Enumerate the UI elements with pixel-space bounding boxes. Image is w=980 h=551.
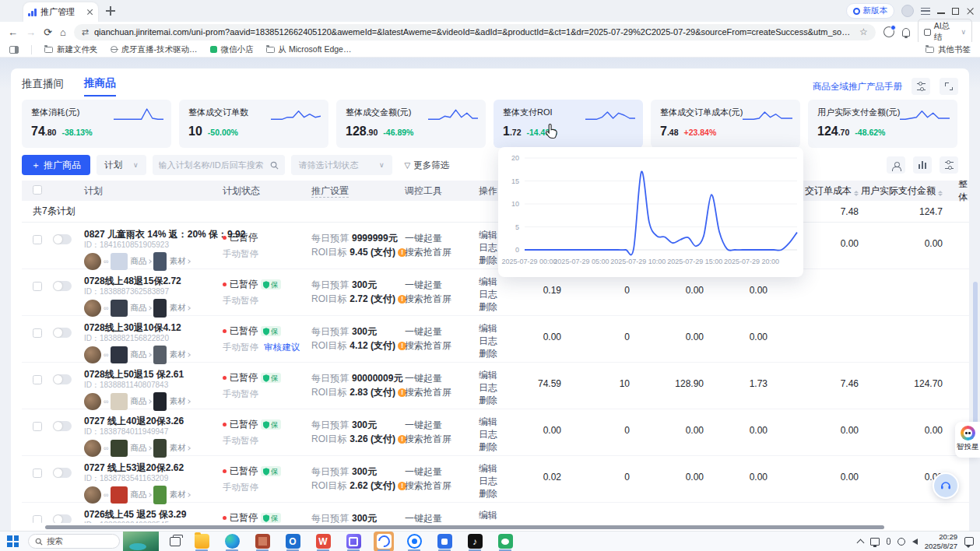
edit-link[interactable]: 编辑: [479, 462, 516, 475]
row-enable-toggle[interactable]: [53, 421, 72, 431]
search-top-screen-link[interactable]: 搜索抢首屏: [405, 432, 479, 446]
help-button[interactable]: [933, 472, 959, 499]
product-thumbnail[interactable]: [111, 346, 128, 363]
window-minimize-button[interactable]: [937, 12, 945, 14]
one-key-boost-link[interactable]: 一键起量: [405, 278, 479, 292]
row-checkbox[interactable]: [33, 282, 42, 291]
search-top-screen-link[interactable]: 搜索抢首屏: [405, 339, 479, 353]
row-enable-toggle[interactable]: [53, 468, 72, 478]
product-link[interactable]: 商品: [130, 256, 151, 267]
reload-button[interactable]: ⟳: [44, 27, 52, 37]
site-permissions-icon[interactable]: ⇄: [82, 27, 89, 37]
bookmark-item[interactable]: 新建文件夹: [44, 44, 98, 55]
new-version-badge[interactable]: 新版本: [846, 3, 895, 19]
notifications-icon[interactable]: [902, 28, 910, 37]
delete-link[interactable]: 删除: [479, 300, 516, 313]
material-thumbnail[interactable]: [153, 299, 167, 318]
browser-tab[interactable]: 推广管理: [23, 2, 98, 22]
row-enable-toggle[interactable]: [53, 374, 72, 384]
material-link[interactable]: 素材: [169, 443, 190, 454]
taskbar-app-active-browser-app[interactable]: [374, 532, 394, 551]
one-key-boost-link[interactable]: 一键起量: [405, 418, 479, 432]
one-key-boost-link[interactable]: 一键起量: [405, 325, 479, 339]
plan-title[interactable]: 0728线上48退15保2.72: [84, 276, 223, 286]
taskbar-app-file-explorer[interactable]: [191, 532, 212, 551]
taskbar-clock[interactable]: 20:29 2025/8/27: [925, 532, 957, 551]
other-bookmarks[interactable]: 其他书签: [926, 44, 971, 55]
edit-link[interactable]: 编辑: [479, 509, 516, 521]
bookmark-item[interactable]: 从 Microsoft Edge…: [266, 44, 352, 55]
material-link[interactable]: 素材: [169, 256, 190, 267]
volume-icon[interactable]: [912, 539, 918, 545]
status-filter-select[interactable]: 请筛选计划状态∨: [291, 155, 392, 175]
new-tab-button[interactable]: [106, 6, 115, 16]
horizontal-scrollbar[interactable]: [45, 525, 884, 529]
task-view-button[interactable]: [170, 537, 181, 546]
display-icon[interactable]: [870, 538, 880, 546]
edit-link[interactable]: 编辑: [479, 322, 516, 335]
taskbar-search[interactable]: 搜索: [28, 534, 120, 549]
product-thumbnail[interactable]: [111, 393, 128, 410]
microphone-icon[interactable]: [887, 538, 890, 545]
row-enable-toggle[interactable]: [53, 281, 72, 291]
network-icon[interactable]: [897, 538, 905, 546]
product-link[interactable]: 商品: [130, 303, 151, 314]
taskbar-app-wechat[interactable]: [495, 532, 515, 551]
vertical-scrollbar[interactable]: [973, 282, 978, 423]
edit-link[interactable]: 编辑: [479, 276, 516, 288]
log-link[interactable]: 日志: [479, 475, 516, 487]
member-button[interactable]: [887, 156, 905, 174]
promote-product-button[interactable]: ＋推广商品: [22, 155, 90, 175]
plan-title[interactable]: 0728线上30退10保4.12: [84, 322, 223, 333]
row-enable-toggle[interactable]: [53, 234, 72, 244]
product-link[interactable]: 商品: [130, 490, 151, 500]
weather-widget[interactable]: [123, 532, 159, 551]
delete-link[interactable]: 删除: [479, 394, 516, 406]
material-thumbnail[interactable]: [153, 486, 167, 504]
material-thumbnail[interactable]: [153, 346, 167, 364]
window-close-button[interactable]: [966, 7, 974, 15]
extensions-icon[interactable]: [883, 26, 894, 37]
search-top-screen-link[interactable]: 搜索抢首屏: [405, 245, 479, 259]
metrics-button[interactable]: [913, 156, 932, 174]
material-link[interactable]: 素材: [169, 490, 190, 500]
stat-card[interactable]: 整体成交金额(元) 128 .90 -46.89%: [336, 100, 486, 148]
log-link[interactable]: 日志: [479, 428, 516, 440]
tab-close-icon[interactable]: [86, 9, 93, 16]
plan-title[interactable]: 0727 线上53退20保2.62: [84, 462, 223, 473]
delete-link[interactable]: 删除: [479, 487, 516, 500]
plan-title[interactable]: 0728线上50退15 保2.61: [84, 369, 223, 380]
log-link[interactable]: 日志: [479, 381, 516, 394]
column-settings-button[interactable]: [940, 156, 958, 174]
bookmark-item[interactable]: 虎牙直播-技术驱动…: [111, 44, 198, 55]
product-link[interactable]: 商品: [130, 443, 151, 454]
stat-card[interactable]: 整体消耗(元) 74 .80 -38.13%: [22, 100, 171, 148]
display-settings-button[interactable]: [912, 78, 930, 95]
window-maximize-button[interactable]: [952, 8, 959, 15]
plan-title[interactable]: 0726线上45 退25 保3.29: [84, 509, 223, 520]
log-link[interactable]: 日志: [479, 288, 516, 300]
material-link[interactable]: 素材: [169, 349, 190, 360]
product-thumbnail[interactable]: [111, 300, 128, 317]
product-manual-link[interactable]: 商品全域推广产品手册: [813, 81, 902, 93]
tab-live-room[interactable]: 推直播间: [22, 77, 64, 96]
row-enable-toggle[interactable]: [53, 328, 72, 338]
product-thumbnail[interactable]: [111, 253, 128, 270]
side-panel-icon[interactable]: [9, 46, 19, 54]
review-suggestion-link[interactable]: 审核建议: [264, 342, 300, 352]
material-thumbnail[interactable]: [153, 252, 167, 271]
bookmark-star-icon[interactable]: ☆: [859, 26, 868, 37]
stat-card[interactable]: 整体支付ROI 1 .72 -14.43%: [494, 100, 643, 148]
forward-button[interactable]: →: [26, 27, 36, 37]
more-filters-button[interactable]: ▽更多筛选: [405, 160, 450, 171]
bookmark-item[interactable]: 微信小店: [210, 44, 254, 55]
one-key-boost-link[interactable]: 一键起量: [405, 231, 479, 245]
profile-avatar[interactable]: [901, 5, 914, 17]
product-thumbnail[interactable]: [111, 486, 128, 504]
material-link[interactable]: 素材: [169, 303, 190, 314]
zhitouxing-widget[interactable]: 智投星: [955, 422, 980, 458]
material-thumbnail[interactable]: [153, 439, 167, 458]
search-top-screen-link[interactable]: 搜索抢首屏: [405, 385, 479, 399]
notification-center-icon[interactable]: [964, 537, 974, 546]
fullscreen-button[interactable]: [940, 78, 958, 95]
